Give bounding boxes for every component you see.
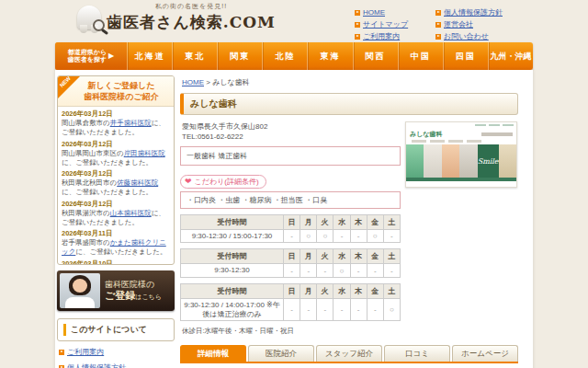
header-link-label[interactable]: ご利用案内 [363,31,400,41]
day-header: 火 [317,215,334,229]
schedule-mark: ○ [300,230,317,243]
schedule-header-row: 受付時間 日 月 火 水 木 金 土 [181,249,400,264]
schedule-mark: - [317,299,334,320]
schedule-mark: - [351,264,368,277]
entry-suffix: に、ご登録いただきました。 [62,158,153,167]
day-header: 日 [284,249,300,263]
nav-region-tokai[interactable]: 東海 [307,42,352,70]
header-link-label[interactable]: お問い合わせ [444,31,489,41]
site-logo[interactable]: 私の街の名医を発見!! 歯医者さん検索.COM [75,2,276,33]
entry-suffix: に、ご登録いただきました。 [62,188,153,196]
schedule-mark: - [284,230,300,243]
schedule-mark: - [351,299,368,320]
entry-date: 2026年03月10日 [62,259,170,265]
schedule-time: 9:30-12:30 [181,264,284,277]
clinic-link[interactable]: 岸田歯科医院 [124,149,165,157]
schedule-header-label: 受付時間 [181,284,284,298]
header-link-sitemap[interactable]: サイトマップ [355,19,435,29]
entry-text: 秋田県北秋田市の佐藤歯科医院に、ご登録いただきました。 [62,178,170,197]
nav-region-hokuriku[interactable]: 北陸 [262,42,307,70]
sidebar-link-label[interactable]: 個人情報保護方針 [67,362,126,368]
banner-line1: 歯科医院様の [105,280,162,290]
day-header: 月 [300,249,317,263]
link-bullet-icon [59,365,64,368]
nav-region-kanto[interactable]: 関東 [217,42,262,70]
day-header: 月 [300,284,317,298]
tab-reviews[interactable]: 口コミ [384,345,450,362]
tooth-logo-icon [75,2,103,33]
new-badge-label: NEW [59,75,72,88]
sidebar-link-label[interactable]: ご利用案内 [67,347,104,357]
tab-homepage[interactable]: ホームページ [452,345,518,362]
entry-prefix: 岡山県岡山市東区の [62,149,124,157]
clinic-address: 愛知県長久手市久保山802 [182,121,401,132]
clinic-link[interactable]: 山本歯科医院 [110,209,152,217]
nav-region-chugoku[interactable]: 中国 [398,42,443,70]
tab-staff-intro[interactable]: スタッフ紹介 [316,345,382,362]
receptionist-photo [60,273,100,308]
entry-text: 岡山県岡山市東区の岸田歯科医院に、ご登録いただきました。 [62,149,170,167]
clinic-website-thumbnail[interactable]: みしな歯科 Smile [405,121,517,188]
entry-date: 2026年03月12日 [62,140,170,149]
clinic-register-banner[interactable]: 歯科医院様の ご登録はこちら [57,270,175,311]
day-header: 火 [317,249,334,263]
schedule-mark: - [284,264,300,277]
registration-entry: 2026年03月10日 埼玉県所沢市の西所沢ぷりべんと歯科・矯正歯科に、ご登録い… [62,259,170,265]
schedule-mark: - [317,264,334,277]
schedule-mark: - [384,264,400,277]
day-header: 水 [334,249,350,263]
registration-entry: 2026年03月11日 岩手県盛岡市のかまた歯科クリニックに、ご登録いただきまし… [62,229,170,257]
tab-details[interactable]: 詳細情報 [180,345,246,362]
header-link-label[interactable]: 個人情報保護方針 [444,7,503,17]
clinic-tel: TEL:0561-62-6222 [182,132,401,142]
header-link-privacy[interactable]: 個人情報保護方針 [435,7,527,17]
link-bullet-icon [355,22,360,28]
header-link-guide[interactable]: ご利用案内 [355,31,435,41]
sidebar-link-guide[interactable]: ご利用案内 [59,347,173,357]
schedule-mark: - [284,299,300,320]
nav-region-kansai[interactable]: 関西 [353,42,398,70]
day-header: 日 [284,284,300,298]
header-link-contact[interactable]: お問い合わせ [435,31,527,41]
entry-text: 岡山県倉敷市の井手歯科医院に、ご登録いただきました。 [62,119,170,137]
header-link-label[interactable]: サイトマップ [363,19,408,29]
schedule-header-row: 受付時間 日 月 火 水 木 金 土 [181,215,400,230]
header-link-label[interactable]: HOME [363,8,385,17]
clinic-tabs: 詳細情報 医院紹介 スタッフ紹介 口コミ ホームページ [180,345,518,363]
nav-prefecture-search[interactable]: 都道府県から歯医者を探す ▶ [55,42,127,70]
schedule-mark: ○ [384,299,400,320]
tab-clinic-intro[interactable]: 医院紹介 [248,345,314,362]
site-tagline: 私の街の名医を発見!! [155,2,227,11]
entry-prefix: 秋田県北秋田市の [62,178,117,187]
header-link-label[interactable]: 運営会社 [444,19,473,29]
sidebar-link-privacy[interactable]: 個人情報保護方針 [59,362,173,368]
registration-entry: 2026年03月12日 秋田県北秋田市の佐藤歯科医院に、ご登録いただきました。 [62,169,170,197]
banner-line2-strong: ご登録 [105,290,135,302]
clinic-departments: 一般歯科 矯正歯科 [180,146,401,166]
day-header: 土 [384,215,400,229]
nav-region-shikoku[interactable]: 四国 [443,42,488,70]
nav-region-hokkaido[interactable]: 北海道 [127,42,172,70]
link-bullet-icon [59,350,64,355]
header-link-home[interactable]: HOME [355,7,435,17]
day-header: 日 [284,215,300,229]
entry-text: 岩手県盛岡市のかまた歯科クリニックに、ご登録いただきました。 [62,238,170,257]
schedule-mark: ○ [317,230,334,243]
newbox-title-line1: 新しくご登録した [71,81,172,92]
nav-region-kyushu-okinawa[interactable]: 九州・沖縄 [488,42,533,70]
about-site-box: このサイトについて [57,318,175,341]
header-link-company[interactable]: 運営会社 [435,19,527,29]
schedule-mark: - [351,230,368,243]
day-header: 金 [368,284,384,298]
day-header: 水 [334,215,350,229]
schedule-table: 受付時間 日 月 火 水 木 金 土 9:30-12:30 / 15:00-17… [180,214,401,244]
entry-prefix: 秋田県湯沢市の [62,209,110,217]
link-bullet-icon [435,10,441,16]
clinic-link[interactable]: 佐藤歯科医院 [117,178,158,187]
breadcrumb-home-link[interactable]: HOME [182,78,204,86]
schedule-mark: - [300,299,317,320]
clinic-link[interactable]: 井手歯科医院 [110,119,152,127]
closed-days-note: 休診日:水曜午後・木曜・日曜・祝日 [182,327,401,336]
thumbnail-footer-bar [406,178,516,181]
nav-region-tohoku[interactable]: 東北 [172,42,217,70]
